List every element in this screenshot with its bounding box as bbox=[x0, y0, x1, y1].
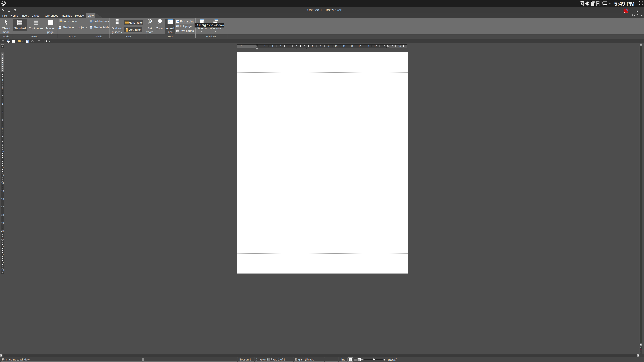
svg-text:%: % bbox=[149, 20, 151, 22]
